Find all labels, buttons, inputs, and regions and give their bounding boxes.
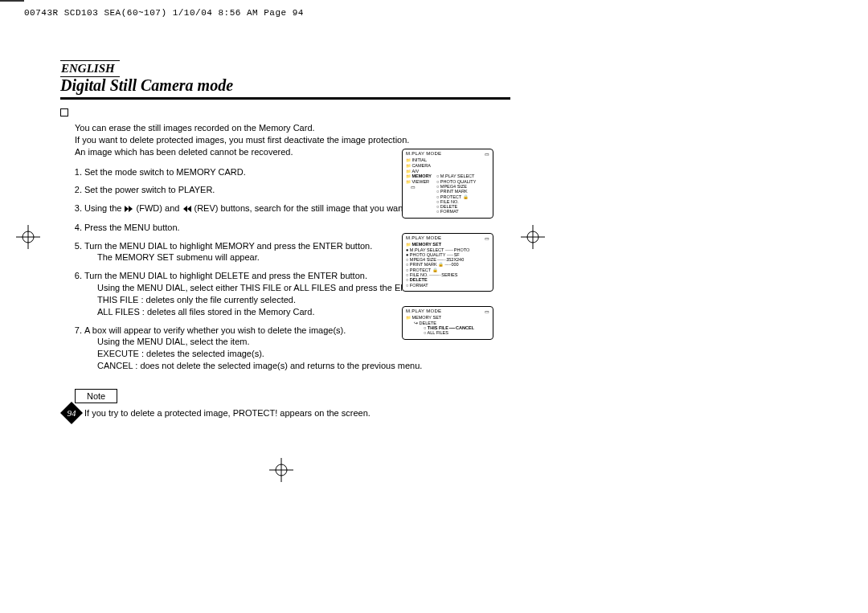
ffwd-icon	[125, 203, 134, 215]
crop-mark	[0, 1, 24, 2]
osd-header: MEMORY SET	[406, 315, 489, 321]
step-text: A box will appear to verify whether you …	[84, 325, 346, 335]
step-text: Turn the MENU DIAL to highlight MEMORY a…	[84, 241, 372, 251]
intro-line: An image which has been deleted cannot b…	[75, 147, 293, 157]
osd-row: ○ FORMAT	[406, 283, 489, 288]
intro-line: You can erase the still images recorded …	[75, 123, 315, 133]
page-number-badge: 94	[60, 402, 83, 424]
step-text: (FWD) and	[137, 203, 182, 213]
svg-marker-12	[183, 206, 187, 212]
print-job-header: 00743R SCD103 SEA(60~107) 1/10/04 8:56 A…	[24, 8, 304, 18]
note-text: If you try to delete a protected image, …	[60, 408, 510, 418]
svg-marker-10	[129, 206, 133, 212]
osd-item-selected: MEMORY	[406, 174, 436, 179]
svg-marker-11	[187, 206, 191, 212]
osd-screen-3: M.PLAY MODE ▭ MEMORY SET DELETE ○ THIS F…	[402, 306, 493, 340]
osd-header: MEMORY SET	[406, 242, 489, 247]
card-icon: ▭	[406, 185, 436, 190]
svg-marker-9	[125, 206, 129, 212]
osd-title-text: M.PLAY MODE	[406, 235, 441, 241]
osd-subitem: FORMAT	[436, 209, 476, 214]
card-icon: ▭	[485, 309, 489, 314]
card-icon: ▭	[485, 235, 489, 241]
osd-item: CAMERA	[406, 163, 489, 169]
square-bullet-icon	[60, 108, 68, 116]
registration-mark-left	[16, 225, 40, 249]
rev-icon	[182, 203, 191, 215]
osd-subitem: PHOTO QUALITY	[436, 179, 476, 184]
osd-row: ○ ALL FILES	[406, 330, 489, 335]
osd-item: A/V	[406, 169, 489, 174]
osd-title-text: M.PLAY MODE	[406, 309, 441, 314]
intro-line: If you want to delete protected images, …	[75, 135, 409, 145]
section-heading-bar	[60, 108, 510, 117]
step-text: Using the	[84, 203, 125, 213]
osd-title-text: M.PLAY MODE	[406, 151, 441, 157]
language-label: ENGLISH	[60, 60, 120, 77]
page-number: 94	[60, 402, 83, 424]
card-icon: ▭	[485, 151, 489, 157]
osd-screen-1: M.PLAY MODE ▭ INITIAL CAMERA A/V MEMORY …	[402, 149, 493, 219]
osd-item: INITIAL	[406, 157, 489, 163]
page-title: Digital Still Camera mode	[60, 76, 510, 100]
osd-item: VIEWER	[406, 179, 436, 185]
osd-subitem: M.PLAY SELECT	[436, 174, 476, 178]
registration-mark-right	[521, 225, 545, 249]
step-subtext: CANCEL : does not delete the selected im…	[84, 360, 510, 372]
registration-mark-bottom	[269, 458, 293, 482]
osd-screen-2: M.PLAY MODE ▭ MEMORY SET ● M.PLAY SELECT…	[402, 233, 493, 292]
step-text: Turn the MENU DIAL to highlight DELETE a…	[84, 271, 367, 280]
